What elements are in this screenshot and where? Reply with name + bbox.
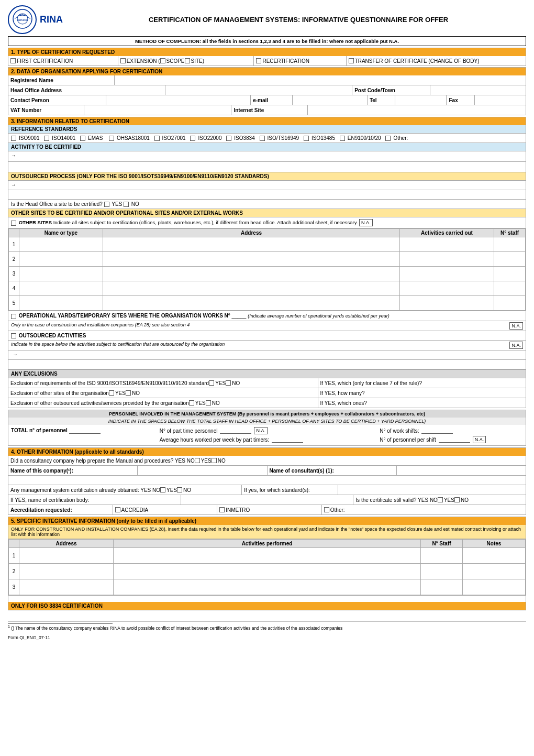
cb-cert-yes[interactable] bbox=[160, 487, 165, 492]
email-value[interactable] bbox=[293, 95, 368, 105]
cb-valid-yes[interactable] bbox=[438, 497, 443, 502]
cb-excl3-yes[interactable] bbox=[189, 400, 194, 406]
row-name[interactable] bbox=[19, 252, 103, 267]
row-name[interactable] bbox=[19, 267, 103, 281]
row-name[interactable] bbox=[19, 237, 103, 252]
cb-other-accred[interactable] bbox=[324, 507, 329, 512]
s5-row-address[interactable] bbox=[19, 579, 114, 595]
consultant-name-value[interactable] bbox=[397, 466, 526, 475]
cb-iso3834[interactable] bbox=[226, 136, 231, 141]
row-name[interactable] bbox=[19, 281, 103, 296]
s5-row-address[interactable] bbox=[19, 548, 114, 564]
checkbox-scope[interactable] bbox=[160, 58, 165, 63]
s5-row-activities[interactable] bbox=[114, 564, 421, 579]
row-address[interactable] bbox=[103, 281, 400, 296]
s5-row-notes[interactable] bbox=[463, 548, 526, 564]
option-extension[interactable]: EXTENSION ( SCOPE SITE) bbox=[118, 56, 254, 65]
row-address[interactable] bbox=[103, 237, 400, 252]
inmetro-cell[interactable]: INMETRO bbox=[217, 505, 322, 514]
cb-consult-no[interactable] bbox=[212, 458, 217, 463]
row-activities[interactable] bbox=[400, 237, 494, 252]
cb-excl2-no[interactable] bbox=[126, 390, 131, 396]
row-activities[interactable] bbox=[400, 281, 494, 296]
row-address[interactable] bbox=[103, 267, 400, 281]
vat-value[interactable] bbox=[84, 105, 231, 115]
row-staff[interactable] bbox=[494, 296, 526, 311]
svg-point-0 bbox=[13, 9, 32, 28]
row-name[interactable] bbox=[19, 296, 103, 311]
cb-iso9001[interactable] bbox=[11, 136, 16, 141]
option-first-cert[interactable]: FIRST CERTIFICATION bbox=[8, 56, 118, 65]
company-name-value[interactable] bbox=[138, 466, 267, 475]
cb-iso14001[interactable] bbox=[44, 136, 49, 141]
cb-excl2-yes[interactable] bbox=[109, 390, 114, 396]
row-activities[interactable] bbox=[400, 252, 494, 267]
cb-cert-no[interactable] bbox=[177, 487, 182, 492]
s5-row-staff[interactable] bbox=[421, 548, 463, 564]
s5-row-address[interactable] bbox=[19, 564, 114, 579]
row-address[interactable] bbox=[103, 252, 400, 267]
outsourced-act-sub-row: Indicate in the space below the activiti… bbox=[8, 341, 526, 350]
activity-header: ACTIVITY TO BE CERTIFIED bbox=[8, 143, 526, 151]
work-shifts-value[interactable] bbox=[421, 428, 453, 434]
cb-no-hq[interactable] bbox=[124, 202, 129, 207]
cb-excl1-no[interactable] bbox=[226, 380, 231, 386]
checkbox-extension[interactable] bbox=[120, 58, 126, 63]
cb-iso22000[interactable] bbox=[190, 136, 195, 141]
row-address[interactable] bbox=[103, 296, 400, 311]
per-shift-value[interactable] bbox=[439, 436, 470, 443]
row-activities[interactable] bbox=[400, 267, 494, 281]
row-staff[interactable] bbox=[494, 252, 526, 267]
contact-value[interactable] bbox=[106, 95, 251, 105]
checkbox-site[interactable] bbox=[185, 58, 190, 63]
row-staff[interactable] bbox=[494, 237, 526, 252]
cb-outsourced-act[interactable] bbox=[11, 333, 16, 338]
head-office-value[interactable] bbox=[165, 85, 353, 95]
cb-isots16949[interactable] bbox=[260, 136, 265, 141]
row-staff[interactable] bbox=[494, 267, 526, 281]
row-activities[interactable] bbox=[400, 296, 494, 311]
s5-row-activities[interactable] bbox=[114, 548, 421, 564]
total-personnel-value[interactable] bbox=[69, 428, 101, 434]
s5-row-notes[interactable] bbox=[463, 579, 526, 595]
cb-accredia[interactable] bbox=[115, 507, 120, 512]
cb-excl1-yes[interactable] bbox=[209, 380, 214, 386]
internet-value[interactable] bbox=[308, 105, 526, 115]
part-time-value[interactable] bbox=[220, 428, 251, 434]
cb-emas[interactable] bbox=[80, 136, 85, 141]
fax-value[interactable] bbox=[475, 95, 526, 105]
option-recert[interactable]: RECERTIFICATION bbox=[254, 56, 346, 65]
cert-body-value[interactable] bbox=[181, 495, 354, 505]
postcode-value[interactable] bbox=[430, 85, 526, 95]
cb-en9100[interactable] bbox=[340, 136, 345, 141]
checkbox-recert[interactable] bbox=[256, 58, 261, 63]
cb-yes-hq[interactable] bbox=[104, 202, 109, 207]
standard-value[interactable] bbox=[338, 485, 526, 495]
s5-row-staff[interactable] bbox=[421, 564, 463, 579]
s5-row-notes[interactable] bbox=[463, 564, 526, 579]
outsourced-value[interactable] bbox=[8, 190, 526, 200]
avg-hours-value[interactable] bbox=[272, 436, 303, 443]
cb-iso13485[interactable] bbox=[304, 136, 309, 141]
row-staff[interactable] bbox=[494, 281, 526, 296]
cb-consult-yes[interactable] bbox=[195, 458, 200, 463]
outsourced-act-value[interactable] bbox=[8, 360, 526, 369]
cb-op-yards[interactable] bbox=[11, 314, 16, 319]
cb-excl3-no[interactable] bbox=[206, 400, 211, 406]
accredia-cell[interactable]: ACCREDIA bbox=[113, 505, 218, 514]
checkbox-first-cert[interactable] bbox=[10, 58, 16, 63]
cb-other-sites[interactable] bbox=[11, 221, 16, 226]
cb-other[interactable] bbox=[385, 136, 391, 141]
s5-row-activities[interactable] bbox=[114, 579, 421, 595]
s5-row-staff[interactable] bbox=[421, 579, 463, 595]
cb-ohsas[interactable] bbox=[109, 136, 114, 141]
registered-name-value[interactable] bbox=[115, 75, 526, 85]
cb-valid-no[interactable] bbox=[454, 497, 460, 502]
cb-inmetro[interactable] bbox=[219, 507, 225, 512]
cb-iso27001[interactable] bbox=[154, 136, 160, 141]
checkbox-transfer[interactable] bbox=[349, 58, 354, 63]
other-accred-cell[interactable]: Other: bbox=[322, 505, 526, 514]
tel-value[interactable] bbox=[395, 95, 447, 105]
option-transfer[interactable]: TRANSFER OF CERTIFICATE (CHANGE OF BODY) bbox=[347, 56, 526, 65]
activity-value-row[interactable] bbox=[8, 162, 526, 172]
